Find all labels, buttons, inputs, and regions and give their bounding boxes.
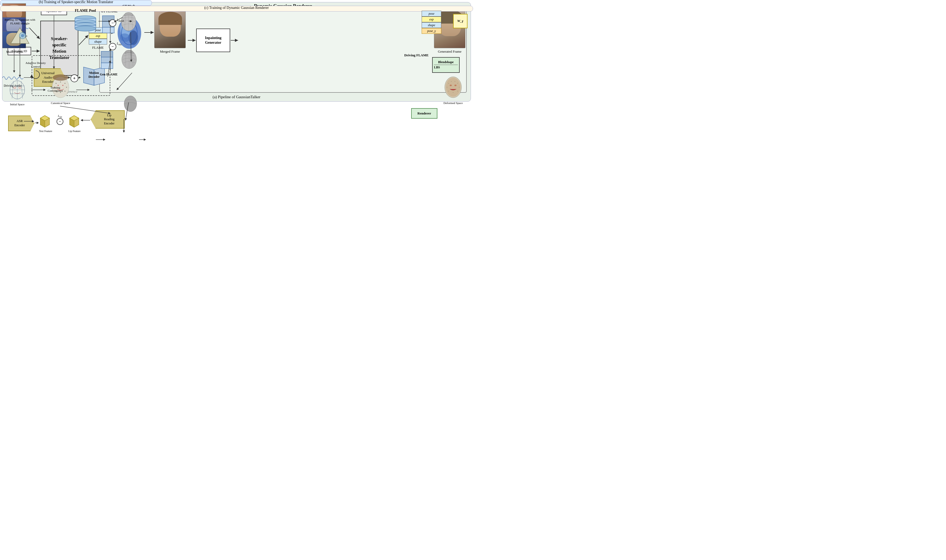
inpainting-generator-box-top: Inpainting Generator bbox=[196, 29, 230, 52]
svg-point-34 bbox=[124, 96, 137, 112]
svg-point-92 bbox=[454, 85, 457, 86]
flame-shape-right: shape bbox=[421, 22, 441, 28]
bottom-mesh-placeholder bbox=[122, 92, 139, 114]
flame-pool-group: FLAME Pool bbox=[74, 9, 97, 34]
svg-point-71 bbox=[65, 83, 66, 84]
l-rec-label: Lrec bbox=[117, 42, 122, 46]
driving-flame-label: Driving FLAME bbox=[401, 53, 432, 57]
gen-flame-label: Gen FLAME bbox=[100, 72, 118, 77]
flame-shape: shape bbox=[89, 39, 107, 45]
lip-feature-label: Lip Feature bbox=[68, 130, 80, 132]
merged-frame-label-top: Merged Frame bbox=[153, 49, 187, 54]
l-mesh-label: Lmesh bbox=[117, 18, 124, 22]
flame-pose-right: pose bbox=[421, 11, 441, 17]
blendshape-lbs-box: Blendshape LBS bbox=[432, 57, 460, 73]
adaptive-density-label: Adaptive Density Control bbox=[21, 61, 50, 69]
svg-point-70 bbox=[60, 82, 61, 83]
lip-reading-encoder: LipReadingEncoder bbox=[91, 110, 125, 129]
gen-mesh-group bbox=[119, 47, 139, 73]
svg-point-58 bbox=[21, 34, 24, 37]
svg-point-55 bbox=[75, 26, 96, 31]
svg-point-79 bbox=[53, 74, 68, 81]
binding-label: Binding 3D Gaussian with FLAME triangle bbox=[3, 18, 37, 25]
svg-marker-11 bbox=[83, 67, 94, 85]
bottom-right-section: FLAME Pool pose exp shape pose_γ W_γ Dri… bbox=[0, 6, 473, 12]
l-rec-minus: − bbox=[109, 43, 116, 50]
svg-rect-22 bbox=[101, 57, 113, 63]
training-convergence-label: Training Convergence bbox=[43, 86, 67, 92]
multi-corpus-label: Multi Corpus bbox=[6, 50, 24, 54]
svg-point-67 bbox=[18, 87, 21, 89]
svg-rect-21 bbox=[101, 51, 113, 57]
initial-space-group: Initial Space bbox=[4, 77, 31, 106]
l-lat-minus: − bbox=[57, 118, 63, 125]
svg-line-6 bbox=[79, 35, 88, 45]
initial-space-label: Initial Space bbox=[4, 103, 31, 106]
svg-rect-16 bbox=[102, 27, 114, 33]
svg-point-90 bbox=[446, 78, 460, 97]
deformed-space-group: Deformed Space bbox=[439, 73, 468, 105]
renderer-box: Renderer bbox=[411, 108, 437, 118]
flame-exp-right: exp bbox=[421, 17, 441, 22]
canonical-space-label: Canonical Space bbox=[46, 102, 75, 105]
asr-encoder: ASREncoder bbox=[8, 115, 34, 131]
binding-panel: Binding 3D Gaussian with FLAME triangle bbox=[3, 18, 37, 45]
l-lat-label: Llat bbox=[57, 114, 63, 118]
svg-point-69 bbox=[56, 83, 57, 84]
merged-frame-photo-top bbox=[154, 10, 186, 48]
flame-label-top: FLAME bbox=[89, 46, 107, 50]
svg-rect-23 bbox=[101, 63, 113, 69]
svg-point-66 bbox=[13, 87, 16, 89]
gen-flame-group: Gen FLAME bbox=[100, 50, 118, 77]
bottom-left-section: Multi Corpus Driving Audio Speaker ID In… bbox=[0, 0, 152, 6]
lip-feature-cube: Lip Feature bbox=[68, 114, 80, 132]
text-feature-cube: Text Feature bbox=[39, 114, 52, 132]
w-gamma-box: W_γ bbox=[453, 14, 468, 28]
bottom-right-caption: (c) Training of Dynamic Gaussian Rendere… bbox=[0, 6, 473, 10]
flame-stack-right: pose exp shape pose_γ bbox=[421, 11, 441, 34]
bottom-left-caption: (b) Training of Speaker-specific Motion … bbox=[0, 0, 152, 4]
l-mesh-minus: − bbox=[109, 19, 116, 27]
generated-frame-label-top: Generated Frame bbox=[433, 49, 467, 54]
svg-point-91 bbox=[450, 85, 452, 86]
text-feature-label: Text Feature bbox=[39, 130, 52, 132]
flame-pose-gamma-right: pose_γ bbox=[421, 28, 441, 34]
deformed-space-label: Deformed Space bbox=[439, 102, 468, 105]
